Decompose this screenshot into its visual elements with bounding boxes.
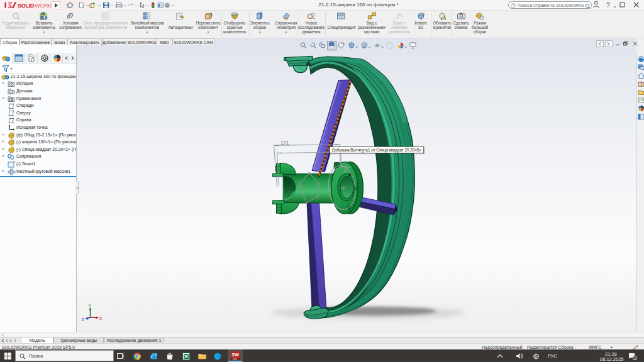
svg-text:A: A bbox=[10, 97, 13, 101]
svg-text:SOLID: SOLID bbox=[18, 3, 35, 9]
svg-text:Y: Y bbox=[89, 304, 92, 308]
svg-text:X: X bbox=[99, 316, 103, 321]
svg-text:171: 171 bbox=[280, 140, 289, 146]
svg-text:2019: 2019 bbox=[233, 358, 237, 360]
svg-text:?: ? bbox=[606, 2, 610, 9]
svg-text:1: 1 bbox=[634, 356, 636, 360]
svg-text:SW: SW bbox=[232, 353, 240, 357]
svg-text:?: ? bbox=[512, 4, 514, 8]
svg-text:Z: Z bbox=[82, 317, 85, 322]
